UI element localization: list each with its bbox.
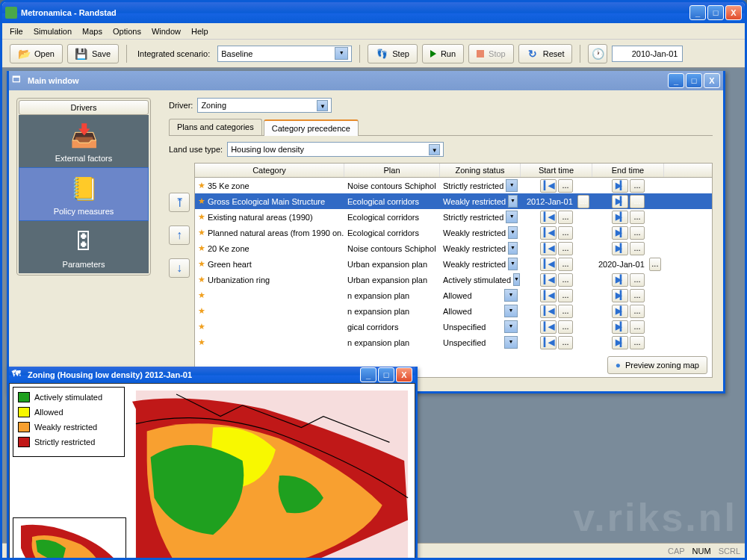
chevron-down-icon[interactable]: ▼	[506, 179, 518, 192]
start-skip-icon[interactable]: ▎◀	[540, 336, 557, 349]
date-field[interactable]: 2010-Jan-01	[612, 46, 683, 62]
sidebar-item-external-factors[interactable]: 📥 External factors	[19, 115, 149, 167]
scenario-select[interactable]: Baseline▼	[217, 46, 352, 62]
start-skip-icon[interactable]: ▎◀	[540, 242, 557, 255]
end-time-edit-button[interactable]: ...	[630, 320, 645, 334]
table-row[interactable]: n expansion planAllowed▼▎◀...▶▎...	[195, 287, 712, 303]
menu-help[interactable]: Help	[187, 25, 213, 37]
end-skip-icon[interactable]: ▶▎	[612, 211, 628, 224]
chevron-down-icon[interactable]: ▼	[508, 195, 518, 208]
tab-plans-categories[interactable]: Plans and categories	[169, 119, 262, 135]
end-skip-icon[interactable]: ▶▎	[612, 273, 628, 287]
chevron-down-icon[interactable]: ▼	[508, 242, 518, 255]
chevron-down-icon[interactable]: ▼	[504, 320, 518, 333]
sidebar-header-drivers[interactable]: Drivers	[19, 100, 149, 115]
sidebar-item-parameters[interactable]: 🎛 Parameters	[19, 221, 149, 273]
table-row[interactable]: gical corridorsUnspecified▼▎◀...▶▎...	[195, 319, 712, 335]
end-skip-icon[interactable]: ▶▎	[612, 179, 628, 193]
sub-minimize-button[interactable]: _	[668, 73, 684, 88]
start-time-edit-button[interactable]: ...	[558, 336, 573, 349]
start-skip-icon[interactable]: ▎◀	[540, 320, 557, 334]
zoning-close-button[interactable]: X	[396, 367, 412, 382]
end-time-edit-button[interactable]: ...	[630, 195, 645, 208]
zoning-titlebar[interactable]: 🗺 Zoning (Housing low density) 2012-Jan-…	[9, 367, 415, 383]
move-down-button[interactable]: ↓	[169, 258, 190, 278]
col-status[interactable]: Zoning status	[440, 164, 521, 177]
preview-zoning-button[interactable]: Preview zoning map	[607, 356, 707, 374]
chevron-down-icon[interactable]: ▼	[504, 289, 518, 302]
end-skip-icon[interactable]: ▶▎	[612, 242, 628, 255]
table-row[interactable]: Urbanization ringUrban expansion planAct…	[195, 272, 712, 287]
start-time-edit-button[interactable]: ...	[558, 179, 573, 193]
end-time-edit-button[interactable]: ...	[630, 211, 645, 224]
start-time-edit-button[interactable]: ...	[558, 273, 573, 287]
end-time-edit-button[interactable]: ...	[630, 336, 645, 349]
driver-select[interactable]: Zoning▼	[197, 98, 332, 113]
start-time-edit-button[interactable]: ...	[558, 258, 573, 271]
end-time-edit-button[interactable]: ...	[630, 305, 645, 318]
menu-file[interactable]: File	[5, 25, 28, 37]
end-time-edit-button[interactable]: ...	[630, 226, 645, 240]
end-time-edit-button[interactable]: ...	[630, 289, 645, 302]
main-subwindow-titlebar[interactable]: 🗔 Main window _ □ X	[9, 71, 723, 90]
move-up-button[interactable]: ↑	[169, 225, 190, 245]
zoning-maximize-button[interactable]: □	[378, 367, 394, 382]
end-skip-icon[interactable]: ▶▎	[612, 336, 628, 349]
start-time-edit-button[interactable]: ...	[558, 211, 573, 224]
col-category[interactable]: Category	[195, 164, 344, 177]
maximize-button[interactable]: □	[707, 5, 724, 20]
start-time-edit-button[interactable]: ...	[558, 226, 573, 240]
sub-maximize-button[interactable]: □	[686, 73, 702, 88]
table-row[interactable]: 20 Ke zoneNoise contours SchipholWeakly …	[195, 240, 712, 256]
menu-window[interactable]: Window	[147, 25, 185, 37]
col-end-time[interactable]: End time	[592, 164, 664, 177]
end-skip-icon[interactable]: ▶▎	[612, 226, 628, 240]
start-skip-icon[interactable]: ▎◀	[540, 258, 557, 271]
sidebar-item-policy-measures[interactable]: 📒 Policy measures	[19, 167, 149, 221]
menu-maps[interactable]: Maps	[78, 25, 107, 37]
start-skip-icon[interactable]: ▎◀	[540, 289, 557, 302]
step-button[interactable]: Step	[368, 44, 418, 63]
minimap[interactable]	[13, 517, 126, 560]
minimize-button[interactable]: _	[689, 5, 706, 20]
menu-options[interactable]: Options	[108, 25, 146, 37]
chevron-down-icon[interactable]: ▼	[506, 211, 518, 223]
table-row[interactable]: n expansion planUnspecified▼▎◀...▶▎...	[195, 335, 712, 350]
table-row[interactable]: Planned natural areas (from 1990 on...Ec…	[195, 225, 712, 240]
start-skip-icon[interactable]: ▎◀	[540, 273, 557, 287]
table-row[interactable]: Existing natural areas (1990)Ecological …	[195, 209, 712, 225]
start-skip-icon[interactable]: ▎◀	[540, 211, 557, 224]
table-row[interactable]: n expansion planAllowed▼▎◀...▶▎...	[195, 303, 712, 319]
chevron-down-icon[interactable]: ▼	[508, 226, 518, 239]
start-skip-icon[interactable]: ▎◀	[540, 179, 557, 193]
clock-button[interactable]	[588, 44, 607, 63]
end-skip-icon[interactable]: ▶▎	[612, 305, 628, 318]
end-time-edit-button[interactable]: ...	[649, 258, 661, 271]
start-time-edit-button[interactable]: ...	[558, 320, 573, 334]
start-time-edit-button[interactable]: ...	[558, 289, 573, 302]
zoning-minimize-button[interactable]: _	[360, 367, 376, 382]
end-time-edit-button[interactable]: ...	[630, 179, 645, 193]
chevron-down-icon[interactable]: ▼	[504, 336, 518, 349]
save-button[interactable]: Save	[67, 44, 119, 63]
table-row[interactable]: Gross Ecological Main StructureEcologica…	[195, 193, 712, 209]
col-start-time[interactable]: Start time	[521, 164, 592, 177]
start-time-edit-button[interactable]: ...	[577, 195, 589, 208]
reset-button[interactable]: Reset	[518, 44, 573, 63]
end-skip-icon[interactable]: ▶▎	[612, 195, 628, 208]
landuse-select[interactable]: Housing low density▼	[227, 142, 444, 157]
move-top-button[interactable]: ⤒	[169, 193, 190, 212]
start-time-edit-button[interactable]: ...	[558, 305, 573, 318]
sub-close-button[interactable]: X	[704, 73, 720, 88]
end-time-edit-button[interactable]: ...	[630, 273, 645, 287]
map-view[interactable]	[132, 387, 412, 560]
end-skip-icon[interactable]: ▶▎	[612, 289, 628, 302]
end-skip-icon[interactable]: ▶▎	[612, 320, 628, 334]
end-time-edit-button[interactable]: ...	[630, 242, 645, 255]
run-button[interactable]: Run	[422, 44, 464, 63]
chevron-down-icon[interactable]: ▼	[504, 305, 518, 317]
stop-button[interactable]: Stop	[468, 44, 514, 63]
close-button[interactable]: X	[725, 5, 742, 20]
tab-category-precedence[interactable]: Category precedence	[264, 119, 359, 136]
chevron-down-icon[interactable]: ▼	[508, 258, 518, 270]
